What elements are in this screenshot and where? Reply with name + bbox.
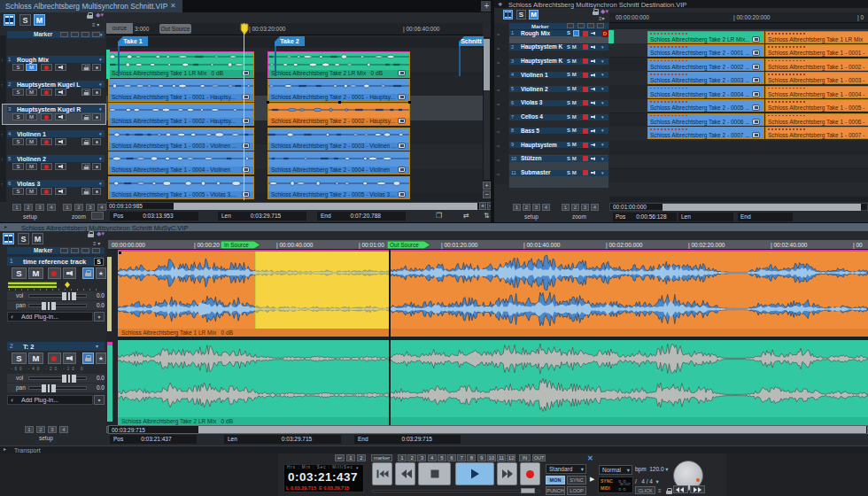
svg-text:Out Source: Out Source: [390, 242, 419, 248]
svg-text:In Source: In Source: [224, 242, 249, 248]
